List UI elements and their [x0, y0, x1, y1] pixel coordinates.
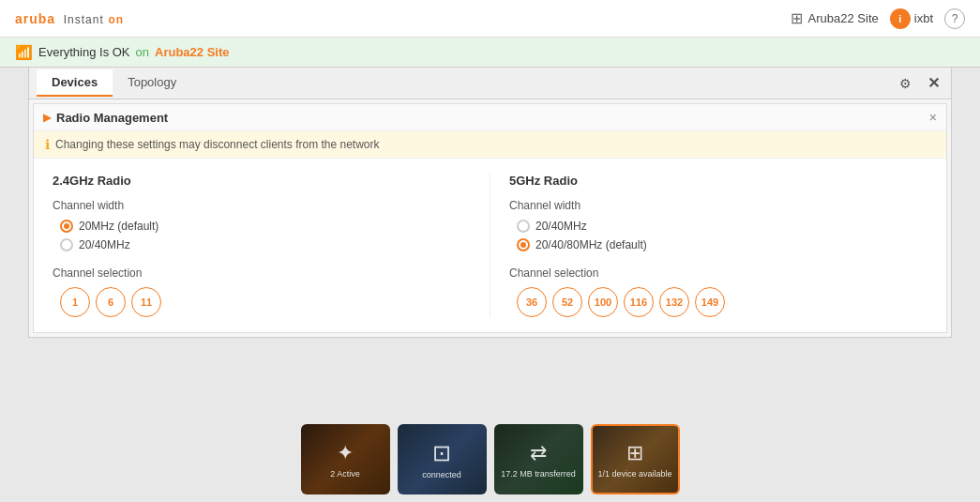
- radio-5ghz-2040mhz-dot: [517, 220, 530, 233]
- radio-2ghz-section: 2.4GHz Radio Channel width 20MHz (defaul…: [53, 174, 490, 317]
- sub-panel-title-text: Radio Management: [56, 111, 168, 125]
- site-info[interactable]: ⊞ Aruba22 Site: [791, 9, 879, 27]
- channel-chips-2ghz: 1 6 11: [53, 287, 471, 317]
- channel-selection-label-5ghz: Channel selection: [509, 266, 927, 280]
- main-panel: Devices Topology ⚙ ✕ ▶ Radio Management …: [28, 68, 952, 338]
- channel-chip-11[interactable]: 11: [131, 287, 161, 317]
- channel-chip-1[interactable]: 1: [60, 287, 90, 317]
- sub-panel: ▶ Radio Management × ℹ Changing these se…: [33, 103, 947, 333]
- radio-2ghz-20mhz-dot: [60, 220, 73, 233]
- sub-panel-close-button[interactable]: ×: [929, 110, 937, 125]
- tabs-bar: Devices Topology ⚙ ✕: [29, 68, 951, 99]
- radio-5ghz-title: 5GHz Radio: [509, 174, 927, 188]
- thumb-connected-label: connected: [422, 470, 461, 479]
- tab-devices[interactable]: Devices: [37, 69, 113, 97]
- radio-5ghz-204080mhz[interactable]: 20/40/80MHz (default): [517, 238, 927, 251]
- topbar: aruba Instant on ⊞ Aruba22 Site i ixbt ?: [0, 0, 980, 38]
- warning-notice: ℹ Changing these settings may disconnect…: [34, 131, 946, 159]
- thumb-transferred-label: 17.2 MB transferred: [501, 469, 576, 479]
- tabs-left: Devices Topology: [37, 69, 191, 97]
- user-area: i ixbt: [890, 8, 933, 29]
- thumb-device-label: 1/1 device available: [597, 469, 671, 479]
- channel-chip-100[interactable]: 100: [588, 287, 618, 317]
- aruba-logo: aruba Instant on: [15, 11, 124, 26]
- radio-2ghz-20mhz-label: 20MHz (default): [79, 220, 158, 233]
- channel-chip-132[interactable]: 132: [659, 287, 689, 317]
- channel-chips-5ghz: 36 52 100 116 132 149: [509, 287, 927, 317]
- warning-text: Changing these settings may disconnect c…: [55, 138, 380, 151]
- channel-width-label-5ghz: Channel width: [509, 199, 927, 212]
- chevron-right-icon: ▶: [43, 112, 51, 124]
- topbar-right: ⊞ Aruba22 Site i ixbt ?: [791, 8, 965, 29]
- radio-2ghz-options: 20MHz (default) 20/40MHz: [53, 220, 471, 251]
- tabs-right: ⚙ ✕: [895, 73, 943, 94]
- thumb-connected-icon: ⊡: [432, 440, 451, 466]
- sub-panel-header: ▶ Radio Management ×: [34, 104, 946, 131]
- info-icon: ℹ: [45, 137, 50, 152]
- thumb-active-label: 2 Active: [330, 469, 360, 479]
- radio-sections: 2.4GHz Radio Channel width 20MHz (defaul…: [34, 159, 946, 332]
- thumb-active-icon: ✦: [337, 441, 354, 465]
- site-name: Aruba22 Site: [808, 11, 879, 25]
- radio-2ghz-2040mhz[interactable]: 20/40MHz: [60, 238, 471, 251]
- status-site-link[interactable]: Aruba22 Site: [155, 45, 229, 59]
- channel-chip-52[interactable]: 52: [552, 287, 582, 317]
- radio-2ghz-2040mhz-dot: [60, 238, 73, 251]
- channel-chip-6[interactable]: 6: [96, 287, 126, 317]
- thumb-transferred[interactable]: ⇄ 17.2 MB transferred: [494, 424, 583, 494]
- user-avatar: i: [890, 8, 911, 29]
- help-button[interactable]: ?: [944, 8, 965, 29]
- radio-5ghz-204080mhz-label: 20/40/80MHz (default): [535, 238, 647, 251]
- thumb-device-icon: ⊞: [626, 441, 643, 465]
- logo-area: aruba Instant on: [15, 11, 124, 26]
- status-signal-icon: 📶: [15, 44, 33, 61]
- channel-chip-149[interactable]: 149: [695, 287, 725, 317]
- radio-2ghz-20mhz[interactable]: 20MHz (default): [60, 220, 471, 233]
- username-label: ixbt: [914, 11, 933, 25]
- thumb-connected[interactable]: ⊡ connected: [398, 424, 487, 494]
- status-on-text: on: [136, 45, 149, 59]
- radio-5ghz-2040mhz[interactable]: 20/40MHz: [517, 220, 927, 233]
- radio-5ghz-2040mhz-label: 20/40MHz: [535, 220, 587, 233]
- close-panel-button[interactable]: ✕: [923, 73, 943, 94]
- radio-2ghz-title: 2.4GHz Radio: [53, 174, 471, 188]
- radio-2ghz-2040mhz-label: 20/40MHz: [79, 238, 130, 251]
- status-text: Everything Is OK: [38, 45, 130, 59]
- sub-panel-title-area: ▶ Radio Management: [43, 111, 168, 125]
- status-bar: 📶 Everything Is OK on Aruba22 Site: [0, 38, 980, 68]
- thumb-transferred-icon: ⇄: [530, 441, 547, 465]
- channel-selection-label-2ghz: Channel selection: [53, 266, 471, 280]
- channel-chip-116[interactable]: 116: [624, 287, 654, 317]
- settings-button[interactable]: ⚙: [895, 73, 915, 94]
- radio-5ghz-204080mhz-dot: [517, 238, 530, 251]
- thumb-active[interactable]: ✦ 2 Active: [301, 424, 390, 494]
- channel-width-label-2ghz: Channel width: [53, 199, 471, 212]
- thumb-device-available[interactable]: ⊞ 1/1 device available: [591, 424, 680, 494]
- bottom-thumbnails: ✦ 2 Active ⊡ connected ⇄ 17.2 MB transfe…: [0, 418, 980, 502]
- channel-chip-36[interactable]: 36: [517, 287, 547, 317]
- radio-5ghz-section: 5GHz Radio Channel width 20/40MHz 20/40/…: [490, 174, 927, 317]
- site-grid-icon: ⊞: [791, 9, 803, 27]
- radio-5ghz-options: 20/40MHz 20/40/80MHz (default): [509, 220, 927, 251]
- tab-topology[interactable]: Topology: [113, 69, 191, 97]
